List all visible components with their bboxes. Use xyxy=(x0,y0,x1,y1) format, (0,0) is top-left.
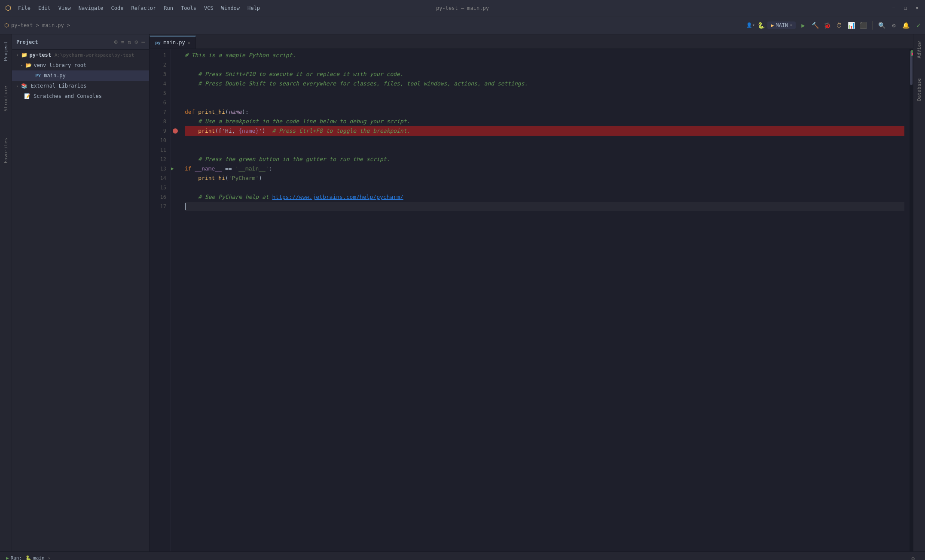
project-settings-icon[interactable]: ⚙ xyxy=(134,39,138,45)
gutter-16 xyxy=(171,192,180,202)
code-line-3: # Press Shift+F10 to execute it or repla… xyxy=(185,70,904,79)
divider xyxy=(872,21,873,30)
tree-item-mainpy[interactable]: PY main.py xyxy=(12,70,149,81)
breadcrumb-project-icon: ⬡ xyxy=(4,22,9,28)
database-label[interactable]: Database xyxy=(916,75,923,104)
tab-run[interactable]: ▶ Run: 🐍 main ✕ xyxy=(4,554,52,560)
scrollbar-marker-pink xyxy=(912,53,913,55)
user-icon[interactable]: 👤▾ xyxy=(746,22,755,28)
editor-scrollbar[interactable] xyxy=(910,49,913,551)
inspection-ok-icon[interactable]: ✓ xyxy=(916,21,921,29)
tree-item-label-scratches: Scratches and Consoles xyxy=(34,93,102,99)
run-config-dropdown[interactable]: ▶ MAIN ▾ xyxy=(767,21,796,29)
project-minimize-icon[interactable]: — xyxy=(141,39,145,45)
param: name xyxy=(229,107,242,117)
coverage-button[interactable]: 📊 xyxy=(846,21,856,30)
breakpoint-icon[interactable] xyxy=(173,128,178,134)
project-tree: ▾ 📁 py-test A:\pycharm-workspace\py-test… xyxy=(12,50,149,101)
project-panel-icons: ⊕ = ⇅ ⚙ — xyxy=(114,39,145,45)
menu-bar: File Edit View Navigate Code Refactor Ru… xyxy=(18,5,260,11)
tree-item-root[interactable]: ▾ 📁 py-test A:\pycharm-workspace\py-test xyxy=(12,50,149,60)
tree-item-label-ext-libs: External Libraries xyxy=(31,83,86,89)
search-everywhere-button[interactable]: 🔍 xyxy=(877,21,886,30)
tab-mainpy[interactable]: py main.py ✕ xyxy=(150,36,196,49)
project-panel-title: Project xyxy=(16,39,38,45)
code-content[interactable]: # This is a sample Python script. # Pres… xyxy=(180,49,910,551)
code-editor[interactable]: 1 2 3 4 5 6 7 8 9 10 11 12 13 14 15 16 1… xyxy=(150,49,913,551)
run-panel-settings-icon[interactable]: ⚙ xyxy=(911,555,915,560)
code-line-17[interactable] xyxy=(185,202,904,211)
main-layout: Project Structure Favorites Project ⊕ = … xyxy=(0,34,925,551)
project-panel-label[interactable]: Project xyxy=(2,38,9,64)
chevron-icon: ▸ xyxy=(16,84,18,88)
keyword: def xyxy=(185,107,198,117)
maximize-button[interactable]: □ xyxy=(903,5,908,11)
run-tab-close[interactable]: ✕ xyxy=(48,556,51,560)
gutter-11 xyxy=(171,145,180,155)
minimize-button[interactable]: ─ xyxy=(891,5,897,11)
code-text: (f'Hi, xyxy=(215,126,238,136)
stop-button[interactable]: ⬛ xyxy=(858,21,868,30)
build-button[interactable]: 🔨 xyxy=(810,21,820,30)
tree-item-scratches[interactable]: 📝 Scratches and Consoles xyxy=(12,91,149,101)
chevron-icon: ▸ xyxy=(21,63,23,67)
menu-help[interactable]: Help xyxy=(247,5,260,11)
help-link[interactable]: https://www.jetbrains.com/help/pycharm/ xyxy=(272,192,403,202)
structure-panel-label[interactable]: Structure xyxy=(2,82,9,115)
structure-side-icon[interactable]: Structure xyxy=(2,82,9,116)
menu-code[interactable]: Code xyxy=(111,5,124,11)
project-locate-icon[interactable]: ⊕ xyxy=(114,39,118,45)
code-line-8: # Use a breakpoint in the code line belo… xyxy=(185,117,904,126)
gutter-17 xyxy=(171,202,180,211)
menu-tools[interactable]: Tools xyxy=(181,5,196,11)
menu-run[interactable]: Run xyxy=(164,5,173,11)
project-sort-icon[interactable]: ⇅ xyxy=(128,39,131,45)
menu-refactor[interactable]: Refactor xyxy=(131,5,156,11)
favorites-panel-label[interactable]: Favorites xyxy=(2,134,9,167)
print-func: print xyxy=(198,126,215,136)
debug-button[interactable]: 🐞 xyxy=(822,21,832,30)
editor-area: py main.py ✕ 1 2 3 4 5 6 7 8 9 10 11 12 … xyxy=(150,34,913,551)
project-collapse-icon[interactable]: = xyxy=(121,39,125,45)
project-panel-header: Project ⊕ = ⇅ ⚙ — xyxy=(12,34,149,50)
tab-close-button[interactable]: ✕ xyxy=(188,40,190,45)
run-button[interactable]: ▶ xyxy=(798,21,808,30)
menu-view[interactable]: View xyxy=(58,5,71,11)
gutter-4 xyxy=(171,79,180,88)
gutter-13: ▶ xyxy=(171,164,180,173)
run-config-icon: ▶ xyxy=(771,22,774,28)
gutter-8 xyxy=(171,117,180,126)
tree-item-label-venv: venv library root xyxy=(34,62,86,68)
menu-navigate[interactable]: Navigate xyxy=(79,5,104,11)
gutter-9[interactable] xyxy=(171,126,180,136)
project-side-icon[interactable]: Project xyxy=(2,38,9,64)
run-panel-header: ▶ Run: 🐍 main ✕ ⚙ — xyxy=(0,552,925,560)
tree-item-external-libs[interactable]: ▸ 📚 External Libraries xyxy=(12,81,149,91)
menu-window[interactable]: Window xyxy=(221,5,240,11)
run-tabs: ▶ Run: 🐍 main ✕ xyxy=(4,554,52,560)
notifications-button[interactable]: 🔔 xyxy=(901,21,910,30)
gutter-6 xyxy=(171,98,180,107)
comment-see: # See PyCharm help at xyxy=(185,192,272,202)
menu-vcs[interactable]: VCS xyxy=(204,5,214,11)
scrollbar-thumb[interactable] xyxy=(910,51,913,85)
run-panel-minimize-icon[interactable]: — xyxy=(917,555,921,560)
title-bar: ⬡ File Edit View Navigate Code Refactor … xyxy=(0,0,925,16)
paren-close: ): xyxy=(242,107,249,117)
tree-item-venv[interactable]: ▸ 📂 venv library root xyxy=(12,60,149,70)
favorites-side-icon[interactable]: Favorites xyxy=(2,134,9,168)
comment-text: # Press Double Shift to search everywher… xyxy=(185,79,528,88)
run-arrow-icon: ▶ xyxy=(171,164,174,173)
indent xyxy=(185,173,198,183)
run-tab-name: main xyxy=(33,555,45,560)
settings-button[interactable]: ⚙ xyxy=(889,21,898,30)
code-line-7: def print_hi(name): xyxy=(185,107,904,117)
breadcrumb-text: py-test > main.py > xyxy=(11,22,70,28)
close-button[interactable]: ✕ xyxy=(914,5,920,11)
menu-file[interactable]: File xyxy=(18,5,31,11)
code-line-10 xyxy=(185,136,904,145)
adview-label[interactable]: AdView xyxy=(916,38,923,62)
scratch-icon: 📝 xyxy=(24,93,31,99)
profile-button[interactable]: ⏱ xyxy=(834,21,844,30)
menu-edit[interactable]: Edit xyxy=(38,5,51,11)
